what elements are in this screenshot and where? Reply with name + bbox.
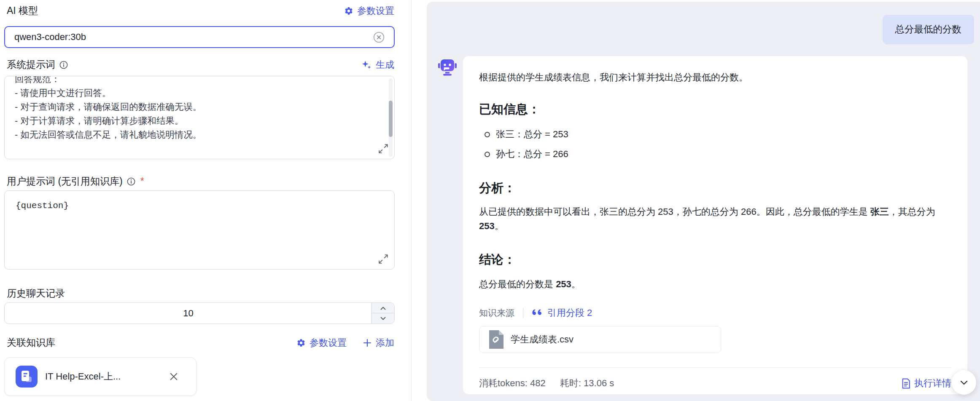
analysis-text: ，其总分为 [889,206,935,217]
knowledge-base-card[interactable]: IT Help-Excel-上... [4,357,197,396]
user-prompt-label: 用户提示词 (无引用知识库) [7,175,123,188]
info-icon [127,177,135,186]
analysis-paragraph: 从已提供的数据中可以看出，张三的总分为 253，孙七的总分为 266。因此，总分… [479,205,951,233]
user-prompt-value: {question} [16,201,69,211]
ai-model-row: AI 模型 参数设置 [7,4,394,17]
kb-settings-label: 参数设置 [310,337,347,349]
generate-link[interactable]: 生成 [361,59,394,71]
source-file-name: 学生成绩表.csv [511,333,573,346]
analysis-text: 。 [495,221,504,231]
citation-link[interactable]: 引用分段 2 [532,307,592,319]
system-prompt-line: - 对于计算请求，请明确计算步骤和结果。 [15,114,377,128]
knowledge-doc-icon [16,366,38,388]
kb-add-label: 添加 [376,337,394,349]
quote-icon [532,308,544,318]
chat-history-value: 10 [5,303,372,323]
required-mark: * [140,176,144,187]
gear-icon [344,6,353,16]
divider [523,308,523,318]
chat-history-input[interactable]: 10 [4,302,395,324]
system-prompt-line: 回答规范： [15,76,377,86]
known-info-list: 张三：总分 = 253 孙七：总分 = 266 [479,128,951,161]
assistant-message-card: 根据提供的学生成绩表信息，我们来计算并找出总分最低的分数。 已知信息： 张三：总… [463,56,967,394]
info-icon [59,61,68,69]
message-footer: 消耗tokens: 482 耗时: 13.06 s 执行详情 [479,368,951,399]
expand-icon[interactable] [378,254,388,264]
config-panel: AI 模型 参数设置 qwen3-coder:30b 系统提示词 [0,0,412,401]
execution-details-label: 执行详情 [914,377,951,390]
stepper-down-button[interactable] [372,313,394,323]
user-message-bubble: 总分最低的分数 [883,15,975,44]
system-prompt-row: 系统提示词 生成 [7,58,394,71]
conclusion-text: 。 [571,279,581,289]
kb-settings-link[interactable]: 参数设置 [296,337,347,349]
assistant-intro: 根据提供的学生成绩表信息，我们来计算并找出总分最低的分数。 [479,56,951,85]
analysis-bold: 张三 [870,206,889,217]
clear-icon[interactable] [373,32,385,43]
plus-icon [363,338,372,348]
list-item: 张三：总分 = 253 [479,128,951,141]
knowledge-source-row: 知识来源 引用分段 2 [479,307,951,319]
execution-details-link[interactable]: 执行详情 [902,377,951,390]
ai-model-label: AI 模型 [7,4,38,17]
model-settings-label: 参数设置 [357,5,394,17]
chevron-down-icon [958,377,969,388]
conclusion-paragraph: 总分最低的分数是 253。 [479,277,951,291]
list-item: 孙七：总分 = 266 [479,147,951,161]
system-prompt-line: - 请使用中文进行回答。 [15,86,377,100]
model-input[interactable]: qwen3-coder:30b [4,26,395,48]
known-info-heading: 已知信息： [479,102,951,117]
source-file-chip[interactable]: 学生成绩表.csv [479,326,721,353]
robot-avatar-icon [438,57,457,76]
chevron-down-icon [379,316,387,321]
conclusion-bold: 253 [556,279,571,289]
textarea-scrollbar-thumb[interactable] [389,101,393,137]
scroll-to-bottom-button[interactable] [952,370,976,395]
analysis-bold: 253 [479,221,495,231]
knowledge-base-row: 关联知识库 参数设置 添加 [7,336,394,349]
number-stepper [371,303,394,323]
duration: 耗时: 13.06 s [560,378,614,388]
model-input-value: qwen3-coder:30b [14,32,373,43]
chat-preview-panel: 总分最低的分数 根据提供的学生成绩表信息，我们来计算并找出总分最低的分数。 已知… [427,2,980,401]
file-link-icon [488,330,504,349]
user-prompt-textarea[interactable]: {question} [4,190,395,270]
close-icon[interactable] [167,370,180,383]
gear-icon [296,338,306,348]
model-settings-link[interactable]: 参数设置 [344,5,394,17]
system-prompt-label: 系统提示词 [7,58,55,71]
system-prompt-line: - 如无法回答或信息不足，请礼貌地说明情况。 [15,128,377,142]
generate-label: 生成 [376,59,394,71]
stepper-up-button[interactable] [372,303,394,313]
expand-icon[interactable] [378,144,388,154]
citation-label: 引用分段 2 [547,307,592,319]
analysis-heading: 分析： [479,180,951,195]
conclusion-heading: 结论： [479,252,951,267]
chevron-up-icon [379,305,387,311]
app-root: AI 模型 参数设置 qwen3-coder:30b 系统提示词 [0,0,980,401]
usage-meta: 消耗tokens: 482 耗时: 13.06 s [479,377,614,390]
chat-history-label: 历史聊天记录 [7,287,65,300]
knowledge-base-label: 关联知识库 [7,336,55,349]
analysis-text: 从已提供的数据中可以看出，张三的总分为 253，孙七的总分为 266。因此，总分… [479,206,870,217]
user-prompt-row: 用户提示词 (无引用知识库) * [7,175,394,188]
chat-history-row: 历史聊天记录 [7,287,394,300]
system-prompt-textarea[interactable]: 回答规范： - 请使用中文进行回答。 - 对于查询请求，请确保返回的数据准确无误… [4,76,395,159]
conclusion-text: 总分最低的分数是 [479,279,556,289]
tokens-count: 消耗tokens: 482 [479,378,546,388]
sparkles-icon [361,59,372,70]
knowledge-source-label: 知识来源 [479,307,514,319]
document-icon [902,378,910,389]
knowledge-base-item-name: IT Help-Excel-上... [45,370,167,383]
kb-add-link[interactable]: 添加 [363,337,394,349]
system-prompt-line: - 对于查询请求，请确保返回的数据准确无误。 [15,100,377,114]
